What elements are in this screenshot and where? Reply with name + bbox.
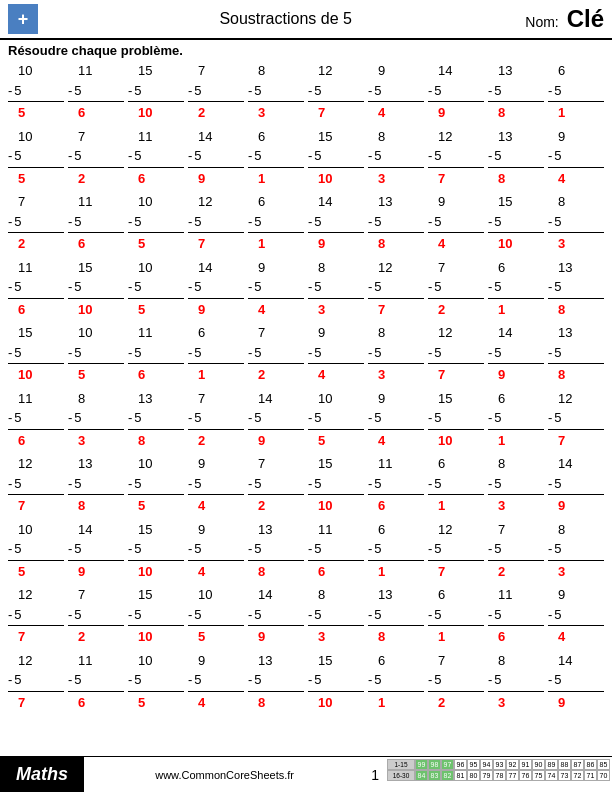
problem-top: 6 (488, 389, 544, 409)
answer: 5 (128, 496, 184, 516)
problem-top: 8 (488, 454, 544, 474)
problem-top: 7 (8, 192, 64, 212)
problem-sub: -5 (488, 81, 544, 101)
problem-sub: -5 (248, 146, 304, 166)
answer-line (128, 232, 184, 233)
problem: 10-55 (6, 61, 66, 123)
problem-sub: -5 (488, 408, 544, 428)
problem: 7-52 (66, 585, 126, 647)
problem-top: 10 (128, 258, 184, 278)
problem-top: 13 (248, 651, 304, 671)
answer: 8 (248, 693, 304, 713)
problem-top: 13 (548, 323, 604, 343)
answer: 4 (188, 496, 244, 516)
problem: 10-55 (186, 585, 246, 647)
answer: 7 (428, 365, 484, 385)
score-cell: 86 (584, 759, 597, 770)
answer-line (68, 363, 124, 364)
problem-top: 14 (548, 454, 604, 474)
answer-line (8, 363, 64, 364)
problem-sub: -5 (128, 146, 184, 166)
problem: 7-52 (246, 454, 306, 516)
problem: 11-56 (126, 323, 186, 385)
problem-sub: -5 (248, 474, 304, 494)
answer: 3 (308, 627, 364, 647)
answer: 10 (308, 693, 364, 713)
problem: 11-56 (6, 258, 66, 320)
answer: 9 (488, 365, 544, 385)
problem-sub: -5 (428, 343, 484, 363)
answer: 1 (368, 693, 424, 713)
problem-top: 14 (68, 520, 124, 540)
answer-line (548, 560, 604, 561)
problem: 14-59 (546, 454, 606, 516)
answer-line (128, 691, 184, 692)
answer: 3 (368, 365, 424, 385)
problem-sub: -5 (128, 605, 184, 625)
problem-sub: -5 (128, 81, 184, 101)
problem-sub: -5 (308, 670, 364, 690)
answer: 8 (368, 627, 424, 647)
answer: 2 (68, 627, 124, 647)
problem-top: 12 (8, 454, 64, 474)
answer: 2 (188, 103, 244, 123)
problem: 7-52 (426, 651, 486, 713)
answer: 3 (368, 169, 424, 189)
problem: 8-53 (486, 454, 546, 516)
problem-top: 11 (8, 389, 64, 409)
problem-sub: -5 (8, 343, 64, 363)
answer-line (128, 625, 184, 626)
answer-line (248, 625, 304, 626)
score-cell: 94 (480, 759, 493, 770)
problem: 15-510 (126, 61, 186, 123)
answer: 8 (248, 562, 304, 582)
answer: 9 (248, 431, 304, 451)
problem: 14-59 (486, 323, 546, 385)
answer-line (68, 232, 124, 233)
problem-sub: -5 (68, 277, 124, 297)
answer: 7 (308, 103, 364, 123)
problem-sub: -5 (368, 474, 424, 494)
problem-top: 7 (248, 454, 304, 474)
problem-top: 9 (548, 127, 604, 147)
answer-line (488, 363, 544, 364)
answer: 2 (68, 169, 124, 189)
problem-top: 11 (68, 651, 124, 671)
score-cell: 72 (571, 770, 584, 781)
answer: 2 (428, 300, 484, 320)
problem: 7-52 (246, 323, 306, 385)
problem-top: 9 (188, 520, 244, 540)
problem: 9-54 (186, 651, 246, 713)
answer: 5 (308, 431, 364, 451)
problem: 9-54 (426, 192, 486, 254)
answer: 6 (68, 693, 124, 713)
problem-top: 6 (248, 127, 304, 147)
answer-line (188, 560, 244, 561)
problem-sub: -5 (368, 539, 424, 559)
problem: 8-53 (486, 651, 546, 713)
problem-sub: -5 (428, 146, 484, 166)
problem: 10-55 (306, 389, 366, 451)
answer-line (368, 232, 424, 233)
problem: 10-55 (126, 192, 186, 254)
problem: 14-59 (306, 192, 366, 254)
answer: 1 (428, 496, 484, 516)
answer-line (188, 429, 244, 430)
answer-line (488, 429, 544, 430)
problem-sub: -5 (8, 408, 64, 428)
answer-line (488, 494, 544, 495)
problem: 7-52 (486, 520, 546, 582)
problem-top: 8 (548, 520, 604, 540)
answer: 8 (488, 169, 544, 189)
problem: 11-56 (66, 651, 126, 713)
problem: 10-55 (6, 520, 66, 582)
answer: 9 (308, 234, 364, 254)
score-cell: 87 (571, 759, 584, 770)
problem-top: 6 (488, 258, 544, 278)
problem: 14-59 (546, 651, 606, 713)
answer: 5 (128, 300, 184, 320)
problem-sub: -5 (428, 212, 484, 232)
problem-sub: -5 (8, 539, 64, 559)
answer-line (308, 691, 364, 692)
problem-sub: -5 (68, 343, 124, 363)
